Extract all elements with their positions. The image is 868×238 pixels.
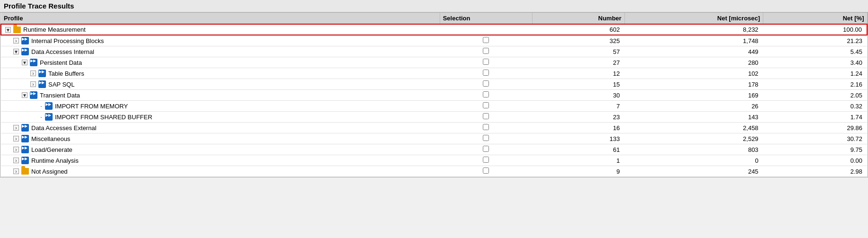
- number-load-generate: 61: [532, 144, 624, 155]
- checkbox-miscellaneous[interactable]: [483, 135, 489, 141]
- net-pct-transient-data: 2.05: [763, 90, 867, 101]
- net-micro-miscellaneous: 2,529: [624, 133, 763, 144]
- net-micro-sap-sql: 178: [624, 79, 763, 90]
- expander-table-buffers[interactable]: ›: [30, 71, 36, 76]
- expander-not-assigned[interactable]: ›: [13, 168, 19, 174]
- table-row: · IMPORT FROM SHARED BUFFER 231431.74: [1, 112, 867, 123]
- row-text-internal-processing-blocks: Internal Processing Blocks: [31, 37, 104, 44]
- checkbox-table-buffers[interactable]: [483, 70, 489, 76]
- header-net-micro: Net [microsec]: [624, 13, 763, 24]
- checkbox-not-assigned[interactable]: [483, 167, 489, 174]
- net-pct-data-accesses-internal: 5.45: [763, 46, 867, 57]
- expander-runtime-analysis[interactable]: ›: [13, 158, 19, 163]
- net-pct-persistent-data: 3.40: [763, 57, 867, 68]
- table-row: ▼ Runtime Measurement 6028,232100.00: [1, 24, 867, 35]
- row-label: › Table Buffers: [4, 70, 437, 77]
- row-label: · IMPORT FROM MEMORY: [4, 102, 437, 110]
- table-container: Profile Selection Number Net [microsec] …: [0, 12, 868, 177]
- row-label: › Internal Processing Blocks: [4, 37, 437, 44]
- number-data-accesses-internal: 57: [532, 46, 624, 57]
- folder-icon: [21, 168, 29, 175]
- expander-internal-processing-blocks[interactable]: ›: [13, 38, 19, 44]
- table-row: › Not Assigned 92452.98: [1, 166, 867, 177]
- checkbox-runtime-analysis[interactable]: [483, 157, 489, 163]
- number-table-buffers: 12: [532, 68, 624, 79]
- header-selection: Selection: [440, 13, 532, 24]
- row-label: ▼ Runtime Measurement: [4, 26, 437, 33]
- net-pct-runtime-measurement: 100.00: [763, 24, 867, 35]
- net-pct-table-buffers: 1.24: [763, 68, 867, 79]
- net-pct-miscellaneous: 30.72: [763, 133, 867, 144]
- net-pct-data-accesses-external: 29.86: [763, 123, 867, 133]
- number-data-accesses-external: 16: [532, 123, 624, 133]
- checkbox-data-accesses-internal[interactable]: [483, 48, 489, 54]
- row-text-persistent-data: Persistent Data: [40, 59, 82, 66]
- table-row: › Runtime Analysis 100.00: [1, 155, 867, 166]
- table-row: · IMPORT FROM MEMORY 7260.32: [1, 101, 867, 112]
- number-miscellaneous: 133: [532, 133, 624, 144]
- net-micro-transient-data: 169: [624, 90, 763, 101]
- net-micro-import-from-memory: 26: [624, 101, 763, 112]
- net-micro-internal-processing-blocks: 1,748: [624, 35, 763, 46]
- row-label: ▼ Transient Data: [4, 91, 437, 99]
- header-profile: Profile: [1, 13, 440, 24]
- bullet: ·: [39, 102, 44, 110]
- expander-load-generate[interactable]: ›: [13, 147, 19, 152]
- number-import-from-shared-buffer: 23: [532, 112, 624, 123]
- number-not-assigned: 9: [532, 166, 624, 177]
- node-icon: [38, 80, 46, 88]
- row-label: ▼ Data Accesses Internal: [4, 48, 437, 55]
- table-row: ▼ Transient Data 301692.05: [1, 90, 867, 101]
- expander-data-accesses-external[interactable]: ›: [13, 125, 19, 131]
- row-text-runtime-analysis: Runtime Analysis: [31, 157, 79, 164]
- table-row: ▼ Data Accesses Internal 574495.45: [1, 46, 867, 57]
- title-bar: Profile Trace Results: [0, 0, 868, 12]
- table-row: › SAP SQL 151782.16: [1, 79, 867, 90]
- node-icon: [30, 91, 37, 99]
- checkbox-load-generate[interactable]: [483, 146, 489, 152]
- checkbox-internal-processing-blocks[interactable]: [483, 37, 489, 43]
- net-micro-runtime-analysis: 0: [624, 155, 763, 166]
- table-row: › Internal Processing Blocks 3251,74821.…: [1, 35, 867, 46]
- node-icon: [21, 124, 29, 132]
- node-icon: [21, 157, 29, 164]
- table-row: ▼ Persistent Data 272803.40: [1, 57, 867, 68]
- page-title: Profile Trace Results: [4, 2, 74, 10]
- net-micro-data-accesses-internal: 449: [624, 46, 763, 57]
- row-text-runtime-measurement: Runtime Measurement: [23, 26, 86, 33]
- row-label: › Not Assigned: [4, 168, 437, 175]
- checkbox-persistent-data[interactable]: [483, 59, 489, 65]
- row-label: › Runtime Analysis: [4, 157, 437, 164]
- net-micro-data-accesses-external: 2,458: [624, 123, 763, 133]
- expander-persistent-data[interactable]: ▼: [22, 60, 27, 65]
- row-label: › Data Accesses External: [4, 124, 437, 132]
- node-icon: [45, 113, 53, 121]
- expander-transient-data[interactable]: ▼: [22, 92, 27, 98]
- row-text-import-from-memory: IMPORT FROM MEMORY: [55, 103, 128, 110]
- row-text-import-from-shared-buffer: IMPORT FROM SHARED BUFFER: [55, 114, 152, 121]
- net-pct-import-from-memory: 0.32: [763, 101, 867, 112]
- net-pct-import-from-shared-buffer: 1.74: [763, 112, 867, 123]
- net-pct-runtime-analysis: 0.00: [763, 155, 867, 166]
- node-icon: [30, 59, 37, 66]
- checkbox-transient-data[interactable]: [483, 91, 489, 97]
- checkbox-import-from-memory[interactable]: [483, 102, 489, 108]
- folder-icon: [13, 26, 21, 33]
- node-icon: [38, 70, 46, 77]
- number-persistent-data: 27: [532, 57, 624, 68]
- number-import-from-memory: 7: [532, 101, 624, 112]
- expander-data-accesses-internal[interactable]: ▼: [13, 49, 19, 54]
- number-runtime-measurement: 602: [532, 24, 624, 35]
- checkbox-import-from-shared-buffer[interactable]: [483, 113, 489, 119]
- checkbox-sap-sql[interactable]: [483, 80, 489, 87]
- table-row: › Load/Generate 618039.75: [1, 144, 867, 155]
- number-runtime-analysis: 1: [532, 155, 624, 166]
- expander-miscellaneous[interactable]: ›: [13, 136, 19, 141]
- row-label: › Load/Generate: [4, 146, 437, 153]
- checkbox-data-accesses-external[interactable]: [483, 124, 489, 130]
- expander-sap-sql[interactable]: ›: [30, 81, 36, 87]
- row-text-miscellaneous: Miscellaneous: [31, 135, 70, 142]
- net-pct-not-assigned: 2.98: [763, 166, 867, 177]
- expander-runtime-measurement[interactable]: ▼: [5, 27, 11, 33]
- row-label: › SAP SQL: [4, 80, 437, 88]
